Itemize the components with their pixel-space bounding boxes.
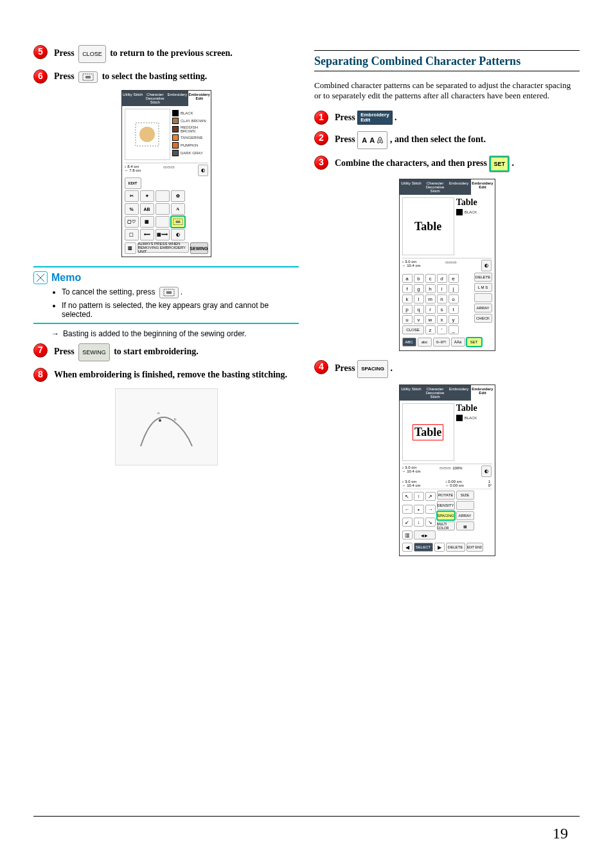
embroidery-design-preview	[134, 122, 160, 147]
lcd-panel-spacing: Utility Stitch Character Decorative Stit…	[399, 384, 495, 556]
step-marker-4: 4	[314, 360, 328, 374]
step8-text: When embroidering is finished, remove th…	[54, 368, 299, 382]
step-marker-5: 5	[33, 45, 48, 59]
svg-text:a: a	[157, 410, 160, 415]
memo-title: Memo	[51, 272, 81, 284]
step4-text: Press SPACING .	[335, 360, 580, 378]
set-key: SET	[466, 338, 482, 347]
font-button-inline[interactable]: A A A	[357, 131, 387, 149]
intro-text: Combined character patterns can be separ…	[314, 80, 580, 102]
footer-rule	[33, 816, 580, 817]
basting-photo: ab	[115, 388, 218, 466]
step5-text: Press CLOSE to return to the previous sc…	[54, 45, 299, 63]
close-button-inline[interactable]: CLOSE	[78, 45, 106, 63]
svg-rect-7	[166, 291, 172, 294]
basting-icon	[172, 218, 184, 226]
step7-text: Press SEWING to start embroidering.	[54, 343, 299, 361]
svg-rect-1	[85, 76, 91, 78]
step6-text: Press to select the basting setting.	[54, 69, 299, 84]
lcd-panel-keyboard: Utility Stitch Character Decorative Stit…	[399, 179, 495, 351]
basting-icon	[161, 288, 177, 297]
step-marker-1: 1	[314, 111, 328, 125]
sewing-button-inline[interactable]: SEWING	[78, 343, 110, 361]
step-marker-2: 2	[314, 131, 328, 145]
spacing-key: SPACING	[437, 511, 455, 520]
step3-text: Combine the characters, and then press S…	[335, 156, 580, 172]
step1-text: Press EmbroideryEdit .	[335, 111, 580, 125]
spacing-button-inline[interactable]: SPACING	[357, 360, 388, 378]
step2-text: Press A A A , and then select the font.	[335, 131, 580, 149]
section-heading: Separating Combined Character Patterns	[314, 50, 580, 71]
svg-rect-5	[175, 221, 180, 223]
embroidery-edit-button-inline[interactable]: EmbroideryEdit	[357, 111, 392, 125]
step-marker-8: 8	[33, 368, 48, 382]
svg-point-8	[159, 419, 161, 422]
basting-button-inline[interactable]	[78, 71, 98, 83]
set-button-inline[interactable]: SET	[489, 156, 510, 172]
basting-icon	[80, 73, 96, 82]
step-marker-7: 7	[33, 343, 48, 357]
memo-icon	[33, 271, 48, 284]
page-number: 19	[553, 825, 568, 842]
note-basting-added: → Basting is added to the beginning of t…	[51, 329, 299, 338]
svg-text:b: b	[174, 417, 177, 422]
step-marker-3: 3	[314, 156, 328, 170]
memo-list: To cancel the setting, press . If no pat…	[51, 287, 299, 319]
svg-point-3	[139, 127, 155, 142]
step-marker-6: 6	[33, 69, 48, 84]
lcd-panel-basting: Utility Stitch Character Decorative Stit…	[121, 90, 211, 257]
basting-button-inline-cancel[interactable]	[159, 287, 179, 298]
